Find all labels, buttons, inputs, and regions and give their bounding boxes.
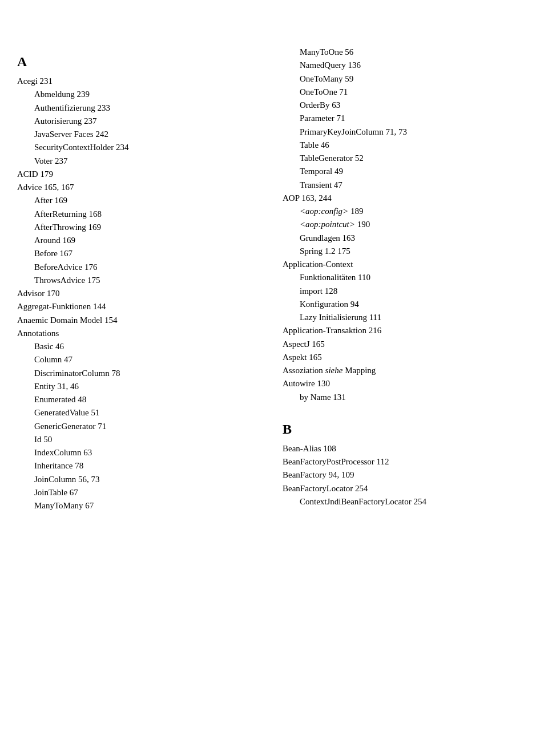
index-entry: TableGenerator 52	[283, 152, 525, 165]
index-entry: Entity 31, 46	[17, 380, 260, 393]
index-entry: DiscriminatorColumn 78	[17, 367, 260, 380]
index-entry: Advisor 170	[17, 287, 260, 300]
index-entry: OneToOne 71	[283, 86, 525, 99]
index-entry: ManyToMany 67	[17, 499, 260, 512]
section-letter: B	[283, 419, 525, 440]
index-entry: Spring 1.2 175	[283, 245, 525, 258]
index-entry: BeanFactoryLocator 254	[283, 482, 525, 495]
index-entry: GeneratedValue 51	[17, 406, 260, 419]
index-entry: Temporal 49	[283, 165, 525, 178]
index-entry: Assoziation siehe Mapping	[283, 364, 525, 377]
index-entry: OrderBy 63	[283, 99, 525, 112]
index-entry: Konfiguration 94	[283, 298, 525, 311]
index-entry: Autowire 130	[283, 377, 525, 390]
index-entry: Inheritance 78	[17, 459, 260, 472]
index-entry: ManyToOne 56	[283, 46, 525, 59]
index-entry: Before 167	[17, 247, 260, 260]
index-entry: JoinColumn 56, 73	[17, 473, 260, 486]
index-entry: AfterReturning 168	[17, 208, 260, 221]
index-entry: JavaServer Faces 242	[17, 128, 260, 141]
left-column: AAcegi 231Abmeldung 239Authentifizierung…	[17, 46, 260, 512]
index-entry: Advice 165, 167	[17, 181, 260, 194]
right-column: ManyToOne 56NamedQuery 136OneToMany 59On…	[283, 46, 525, 512]
index-entry: BeforeAdvice 176	[17, 261, 260, 274]
index-entry: Around 169	[17, 234, 260, 247]
index-entry: import 128	[283, 285, 525, 298]
index-entry: by Name 131	[283, 391, 525, 404]
index-entry: AfterThrowing 169	[17, 221, 260, 234]
index-entry: Application-Context	[283, 258, 525, 271]
index-entry: IndexColumn 63	[17, 446, 260, 459]
index-entry: Table 46	[283, 139, 525, 152]
index-entry: Transient 47	[283, 179, 525, 192]
index-entry: Enumerated 48	[17, 393, 260, 406]
index-entry: Anaemic Domain Model 154	[17, 314, 260, 327]
index-entry: AspectJ 165	[283, 338, 525, 351]
index-entry: Column 47	[17, 353, 260, 366]
index-entry: Abmeldung 239	[17, 88, 260, 101]
index-entry: AOP 163, 244	[283, 192, 525, 205]
index-entry: Autorisierung 237	[17, 115, 260, 128]
index-entry: Bean-Alias 108	[283, 442, 525, 455]
index-entry: Application-Transaktion 216	[283, 324, 525, 337]
index-entry: SecurityContextHolder 234	[17, 141, 260, 154]
index-entry: ACID 179	[17, 168, 260, 181]
index-entry: GenericGenerator 71	[17, 420, 260, 433]
section-letter: A	[17, 51, 260, 72]
index-entry: BeanFactory 94, 109	[283, 468, 525, 482]
index-entry: Annotations	[17, 327, 260, 340]
index-entry: BeanFactoryPostProcessor 112	[283, 455, 525, 468]
index-entry: Acegi 231	[17, 75, 260, 88]
index-entry: PrimaryKeyJoinColumn 71, 73	[283, 126, 525, 139]
index-entry: NamedQuery 136	[283, 59, 525, 72]
index-entry: ContextJndiBeanFactoryLocator 254	[283, 495, 525, 508]
index-entry: Authentifizierung 233	[17, 102, 260, 115]
index-entry: JoinTable 67	[17, 486, 260, 499]
index-entry: Id 50	[17, 433, 260, 446]
index-entry: Parameter 71	[283, 112, 525, 125]
index-entry: Grundlagen 163	[283, 232, 525, 245]
index-entry: <aop:config> 189	[283, 205, 525, 218]
index-entry: Aggregat-Funktionen 144	[17, 300, 260, 313]
index-entry: OneToMany 59	[283, 72, 525, 86]
index-entry: <aop:pointcut> 190	[283, 218, 525, 231]
index-entry: After 169	[17, 194, 260, 207]
index-entry: Lazy Initialisierung 111	[283, 311, 525, 324]
index-entry: Voter 237	[17, 155, 260, 168]
index-entry: Aspekt 165	[283, 351, 525, 364]
index-entry: Basic 46	[17, 340, 260, 353]
index-entry: Funktionalitäten 110	[283, 271, 525, 284]
index-entry: ThrowsAdvice 175	[17, 274, 260, 287]
